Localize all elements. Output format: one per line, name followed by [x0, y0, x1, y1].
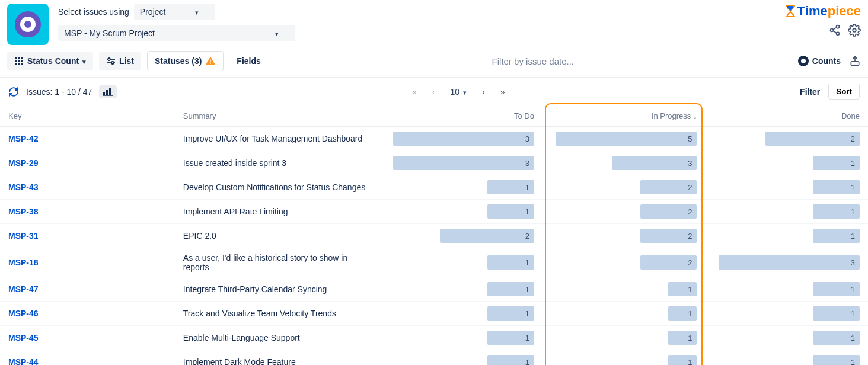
pager-last-icon[interactable]: » [500, 87, 505, 97]
pager-first-icon[interactable]: « [412, 87, 417, 97]
page-size-select[interactable]: 10 [450, 87, 467, 97]
svg-point-0 [837, 25, 840, 28]
issue-key: MSP-29 [0, 151, 175, 175]
column-header-done[interactable]: Done [705, 105, 868, 127]
column-header-key[interactable]: Key [0, 105, 175, 127]
svg-point-6 [15, 57, 17, 59]
chevron-down-icon [195, 7, 199, 17]
issue-key: MSP-45 [0, 326, 175, 350]
svg-point-16 [108, 58, 110, 60]
table-row: MSP-47Integrate Third-Party Calendar Syn… [0, 277, 868, 302]
table-row: MSP-43Develop Custom Notifications for S… [0, 175, 868, 200]
page-size-value: 10 [450, 87, 459, 97]
hourglass-icon [784, 5, 796, 18]
issue-link[interactable]: MSP-46 [8, 309, 39, 318]
statuses-label: Statuses (3) [155, 56, 202, 66]
chevron-down-icon [82, 56, 86, 66]
pager-prev-icon[interactable]: ‹ [432, 87, 435, 97]
list-button[interactable]: List [99, 52, 141, 70]
issue-summary: Implement API Rate Limiting [175, 200, 380, 224]
issue-link[interactable]: MSP-45 [8, 333, 39, 342]
svg-point-13 [18, 63, 20, 65]
svg-point-5 [853, 28, 856, 32]
table-row: MSP-18As a user, I'd like a historical s… [0, 248, 868, 277]
svg-point-9 [15, 60, 17, 62]
issue-summary: EPIC 2.0 [175, 224, 380, 248]
sort-button[interactable]: Sort [828, 84, 860, 100]
eye-icon [798, 56, 809, 66]
svg-rect-21 [851, 62, 859, 66]
filter-by-date-input[interactable]: Filter by issue date... [274, 56, 792, 66]
pager-next-icon[interactable]: › [482, 87, 485, 97]
svg-rect-23 [106, 90, 108, 95]
svg-rect-22 [103, 92, 105, 95]
column-header-summary[interactable]: Summary [175, 105, 380, 127]
chart-toggle-icon[interactable] [99, 85, 117, 98]
select-issues-label: Select issues using [58, 7, 129, 17]
issue-link[interactable]: MSP-42 [8, 134, 39, 143]
svg-point-7 [18, 57, 20, 59]
table-row: MSP-29Issue created inside sprint 3331 [0, 151, 868, 175]
grid-icon [14, 56, 24, 66]
svg-point-2 [837, 32, 840, 35]
settings-icon[interactable] [848, 24, 861, 37]
issue-link[interactable]: MSP-47 [8, 284, 39, 294]
brand-text-a: Time [797, 4, 828, 19]
statuses-button[interactable]: Statuses (3) [147, 51, 224, 71]
issue-key: MSP-47 [0, 277, 175, 302]
column-header-in-progress[interactable]: In Progress [542, 105, 706, 127]
table-row: MSP-42Improve UI/UX for Task Management … [0, 127, 868, 151]
brand-text-b: piece [828, 4, 861, 19]
issue-key: MSP-44 [0, 350, 175, 366]
issues-range: Issues: 1 - 10 / 47 [26, 87, 92, 97]
table-row: MSP-44Implement Dark Mode Feature111 [0, 350, 868, 366]
svg-point-10 [18, 60, 20, 62]
svg-point-14 [21, 63, 23, 65]
table-row: MSP-45Enable Multi-Language Support111 [0, 326, 868, 350]
issue-summary: Issue created inside sprint 3 [175, 151, 380, 175]
scope-select[interactable]: Project [134, 4, 216, 20]
app-logo [7, 4, 49, 45]
fields-button[interactable]: Fields [229, 52, 267, 70]
issue-key: MSP-43 [0, 175, 175, 200]
filter-button[interactable]: Filter [800, 87, 820, 97]
issue-link[interactable]: MSP-18 [8, 258, 39, 267]
svg-point-1 [831, 29, 834, 32]
table-row: MSP-38Implement API Rate Limiting121 [0, 200, 868, 224]
issue-summary: Integrate Third-Party Calendar Syncing [175, 277, 380, 302]
refresh-icon[interactable] [8, 87, 19, 97]
issue-link[interactable]: MSP-31 [8, 231, 39, 241]
issue-summary: Track and Visualize Team Velocity Trends [175, 302, 380, 326]
issue-key: MSP-31 [0, 224, 175, 248]
project-select-value: MSP - My Scrum Project [64, 28, 155, 38]
issue-summary: Develop Custom Notifications for Status … [175, 175, 380, 200]
issue-key: MSP-42 [0, 127, 175, 151]
list-label: List [119, 56, 134, 66]
issue-link[interactable]: MSP-43 [8, 182, 39, 192]
svg-point-18 [111, 62, 114, 64]
share-icon[interactable] [829, 24, 841, 36]
svg-point-8 [21, 57, 23, 59]
status-count-button[interactable]: Status Count [7, 52, 93, 70]
scope-select-value: Project [140, 7, 166, 17]
issue-key: MSP-46 [0, 302, 175, 326]
project-select[interactable]: MSP - My Scrum Project [58, 25, 295, 41]
chevron-down-icon [463, 87, 467, 97]
issue-key: MSP-18 [0, 248, 175, 277]
issue-summary: Enable Multi-Language Support [175, 326, 380, 350]
svg-line-4 [833, 31, 837, 33]
issue-key: MSP-38 [0, 200, 175, 224]
issue-link[interactable]: MSP-29 [8, 158, 39, 168]
table-row: MSP-31EPIC 2.0221 [0, 224, 868, 248]
counts-label: Counts [812, 56, 841, 66]
counts-toggle[interactable]: Counts [798, 56, 841, 66]
issue-link[interactable]: MSP-44 [8, 357, 39, 365]
column-header-todo[interactable]: To Do [379, 105, 542, 127]
chevron-down-icon [275, 28, 279, 38]
warning-icon [205, 56, 216, 66]
svg-line-3 [833, 27, 837, 29]
issue-link[interactable]: MSP-38 [8, 207, 39, 216]
issue-summary: Improve UI/UX for Task Management Dashbo… [175, 127, 380, 151]
svg-point-12 [15, 63, 17, 65]
export-icon[interactable] [849, 55, 861, 67]
